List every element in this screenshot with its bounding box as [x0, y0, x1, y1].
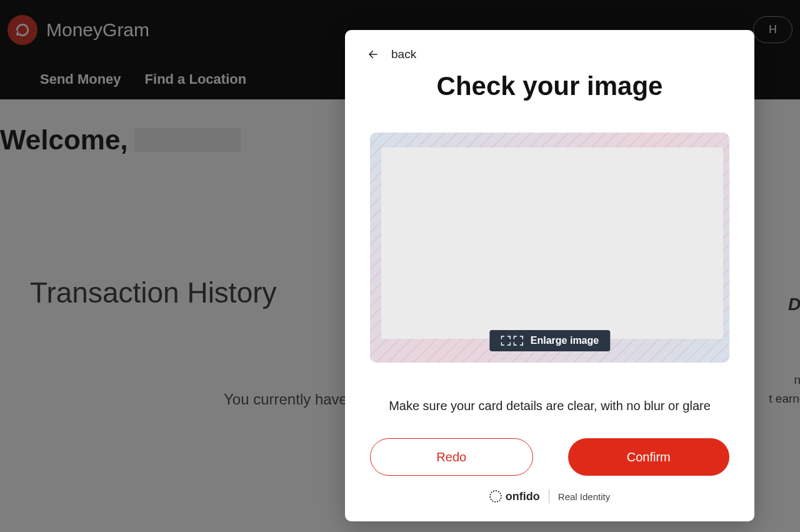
arrow-left-icon — [366, 49, 380, 60]
expand-icon — [501, 336, 523, 346]
modal-title: Check your image — [345, 71, 754, 101]
divider — [549, 489, 549, 503]
enlarge-image-button[interactable]: Enlarge image — [489, 330, 610, 351]
back-button[interactable]: back — [345, 48, 754, 61]
back-label: back — [391, 48, 416, 61]
onfido-logo: onfido — [489, 490, 540, 503]
redo-button[interactable]: Redo — [370, 438, 533, 476]
real-identity-label: Real Identity — [558, 491, 610, 502]
instruction-text: Make sure your card details are clear, w… — [345, 399, 754, 413]
enlarge-label: Enlarge image — [531, 335, 599, 346]
confirm-button[interactable]: Confirm — [568, 438, 730, 476]
modal-button-row: Redo Confirm — [345, 438, 754, 476]
modal-footer: onfido Real Identity — [345, 489, 754, 503]
document-preview: Enlarge image — [370, 133, 729, 363]
check-image-modal: back Check your image Enlarge image Make… — [345, 30, 754, 521]
document-redacted-area — [381, 148, 723, 339]
